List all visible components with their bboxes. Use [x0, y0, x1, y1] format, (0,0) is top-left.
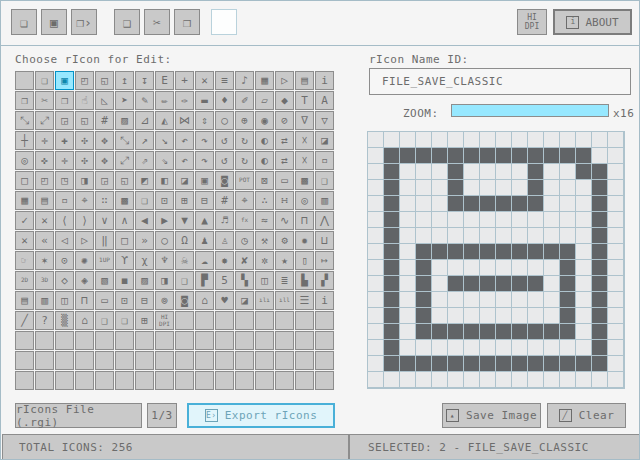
pixel-cell[interactable]: [400, 324, 416, 340]
icon-grid-cell[interactable]: χ: [135, 251, 154, 270]
icon-grid-cell[interactable]: [215, 351, 234, 370]
icon-grid-cell[interactable]: ✹: [295, 231, 314, 250]
icon-grid-cell[interactable]: [235, 331, 254, 350]
icon-grid-cell[interactable]: ☓: [295, 131, 314, 150]
pixel-cell[interactable]: [432, 196, 448, 212]
icon-grid-cell[interactable]: T: [295, 91, 314, 110]
icon-grid-cell[interactable]: ∷: [95, 191, 114, 210]
pixel-cell[interactable]: [592, 132, 608, 148]
icon-grid-cell[interactable]: ◷: [235, 231, 254, 250]
icon-grid-cell[interactable]: +: [175, 71, 194, 90]
icon-grid-cell[interactable]: ılı: [255, 291, 274, 310]
pixel-cell[interactable]: [400, 276, 416, 292]
icon-grid-cell[interactable]: [35, 351, 54, 370]
icon-grid-cell[interactable]: ⊔: [315, 231, 334, 250]
pixel-cell[interactable]: [576, 308, 592, 324]
icon-grid-cell[interactable]: ↘: [155, 131, 174, 150]
pixel-cell[interactable]: [368, 164, 384, 180]
pixel-cell[interactable]: [416, 164, 432, 180]
pixel-cell[interactable]: [432, 164, 448, 180]
icon-grid-cell[interactable]: ⊓: [295, 211, 314, 230]
ricons-file-button[interactable]: rIcons File (.rgi): [15, 403, 142, 428]
icon-grid-cell[interactable]: ✥: [95, 151, 114, 170]
icon-grid-cell[interactable]: i: [315, 291, 334, 310]
pixel-cell[interactable]: [368, 148, 384, 164]
icon-grid-cell[interactable]: ≈: [255, 211, 274, 230]
pixel-cell[interactable]: [448, 148, 464, 164]
pixel-cell[interactable]: [480, 324, 496, 340]
pixel-cell[interactable]: [416, 244, 432, 260]
pixel-cell[interactable]: [448, 356, 464, 372]
pixel-cell[interactable]: [480, 276, 496, 292]
icon-grid-cell[interactable]: ⊕: [235, 111, 254, 130]
pixel-cell[interactable]: [608, 180, 624, 196]
icon-grid-cell[interactable]: #: [215, 191, 234, 210]
icon-grid-cell[interactable]: ▭: [275, 171, 294, 190]
pixel-cell[interactable]: [464, 324, 480, 340]
pixel-cell[interactable]: [384, 212, 400, 228]
pixel-cell[interactable]: [576, 324, 592, 340]
pixel-cell[interactable]: [608, 340, 624, 356]
icon-grid-cell[interactable]: ✛: [35, 131, 54, 150]
icon-grid-cell[interactable]: ↦: [315, 251, 334, 270]
about-button[interactable]: i ABOUT: [553, 9, 632, 35]
icon-grid-cell[interactable]: 2D: [15, 271, 34, 290]
pixel-cell[interactable]: [464, 164, 480, 180]
icon-grid-cell[interactable]: [315, 331, 334, 350]
pixel-cell[interactable]: [464, 228, 480, 244]
export-ricons-button[interactable]: E› Export rIcons: [187, 403, 335, 428]
icon-grid-cell[interactable]: [215, 311, 234, 330]
pixel-cell[interactable]: [544, 356, 560, 372]
icon-grid-cell[interactable]: i: [315, 71, 334, 90]
pixel-cell[interactable]: [528, 164, 544, 180]
pixel-cell[interactable]: [528, 244, 544, 260]
icon-grid-cell[interactable]: ⊘: [275, 111, 294, 130]
icon-grid-cell[interactable]: HI DPI: [155, 311, 174, 330]
pixel-cell[interactable]: [480, 132, 496, 148]
pixel-cell[interactable]: [496, 260, 512, 276]
icon-grid-cell[interactable]: ↺: [215, 151, 234, 170]
icon-grid-cell[interactable]: ⊡: [115, 291, 134, 310]
icon-grid-cell[interactable]: ○: [215, 111, 234, 130]
icon-grid-cell[interactable]: [135, 371, 154, 390]
icon-grid-cell[interactable]: [295, 351, 314, 370]
icon-grid-cell[interactable]: ⚙: [275, 231, 294, 250]
icon-grid-cell[interactable]: ▶: [155, 211, 174, 230]
icon-grid-cell[interactable]: «: [35, 231, 54, 250]
pixel-cell[interactable]: [448, 276, 464, 292]
pixel-cell[interactable]: [368, 340, 384, 356]
icon-grid-cell[interactable]: ☠: [175, 251, 194, 270]
pixel-cell[interactable]: [416, 324, 432, 340]
icon-grid-cell[interactable]: ✐: [235, 91, 254, 110]
icon-grid-cell[interactable]: ⤡: [15, 111, 34, 130]
pixel-cell[interactable]: [512, 324, 528, 340]
pixel-cell[interactable]: [496, 324, 512, 340]
icon-grid-cell[interactable]: [135, 351, 154, 370]
icon-grid-cell[interactable]: ◲: [55, 111, 74, 130]
pixel-cell[interactable]: [560, 196, 576, 212]
icon-grid-cell[interactable]: [195, 331, 214, 350]
pixel-cell[interactable]: [384, 148, 400, 164]
pixel-cell[interactable]: [480, 372, 496, 388]
pixel-cell[interactable]: [592, 372, 608, 388]
pixel-cell[interactable]: [432, 180, 448, 196]
icon-grid-cell[interactable]: [115, 331, 134, 350]
icon-grid-cell[interactable]: [175, 371, 194, 390]
pixel-cell[interactable]: [592, 244, 608, 260]
pixel-cell[interactable]: [592, 228, 608, 244]
icon-grid-cell[interactable]: ▷: [275, 71, 294, 90]
icon-grid-cell[interactable]: ✕: [195, 71, 214, 90]
icon-grid-cell[interactable]: [235, 371, 254, 390]
icon-grid-cell[interactable]: [255, 371, 274, 390]
pixel-cell[interactable]: [528, 356, 544, 372]
pixel-cell[interactable]: [448, 164, 464, 180]
pixel-cell[interactable]: [576, 340, 592, 356]
icon-grid-cell[interactable]: ≣: [275, 271, 294, 290]
pixel-cell[interactable]: [368, 292, 384, 308]
pixel-cell[interactable]: [400, 164, 416, 180]
icon-grid-cell[interactable]: ⊙: [55, 251, 74, 270]
pixel-cell[interactable]: [512, 276, 528, 292]
icon-grid-cell[interactable]: ✕: [15, 231, 34, 250]
icon-grid-cell[interactable]: ⊚: [155, 291, 174, 310]
icon-grid-cell[interactable]: ◰: [75, 71, 94, 90]
